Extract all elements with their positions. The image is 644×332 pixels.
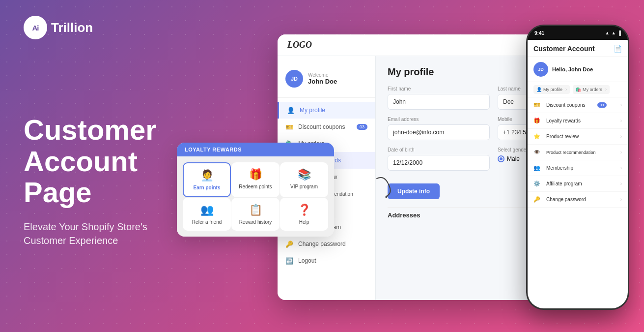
reward-history-icon: 📋 <box>249 204 262 216</box>
phone-password-arrow: › <box>620 197 622 202</box>
phone-title: Customer Account <box>533 45 595 53</box>
sidebar-label-discount-coupons: Discount coupons <box>298 123 345 130</box>
loyalty-popup: LOYALTY REWARDS 🧑‍💼 Earn points 🎁 Redeem… <box>177 143 334 237</box>
phone-review-label: Product review <box>546 134 579 139</box>
phone-notch: 9:41 ▲ ▲ ▐ <box>528 26 628 40</box>
male-radio[interactable] <box>498 155 504 162</box>
sidebar-item-discount-coupons[interactable]: 🎫 Discount coupons 03 <box>278 119 375 135</box>
dob-group: Date of birth <box>388 147 490 171</box>
earn-points-label: Earn points <box>193 185 220 190</box>
phone-edit-icon[interactable]: 📄 <box>614 45 622 53</box>
phone-user-row: JD Hello, John Doe <box>528 57 628 82</box>
phone-nav-profile-icon: 👤 <box>536 87 542 92</box>
loyalty-item-redeem-points[interactable]: 🎁 Redeem points <box>231 162 280 197</box>
phone-coupon-arrow: › <box>620 102 622 108</box>
phone-loyalty-label: Loyalty rewards <box>546 118 581 123</box>
sidebar-label-my-profile: My profile <box>300 107 325 114</box>
logout-icon: ↩️ <box>285 257 293 265</box>
loyalty-popup-header: LOYALTY REWARDS <box>177 143 334 156</box>
phone-menu-affiliate[interactable]: ⚙️ Affiliate program › <box>528 176 628 192</box>
sidebar-item-change-password[interactable]: 🔑 Change password <box>278 236 375 252</box>
sidebar-item-logout[interactable]: ↩️ Logout <box>278 252 375 269</box>
loyalty-item-reward-history[interactable]: 📋 Reward history <box>231 198 280 231</box>
loyalty-grid: 🧑‍💼 Earn points 🎁 Redeem points 📚 VIP pr… <box>177 156 334 237</box>
greeting-info: Welcome John Doe <box>308 72 337 85</box>
first-name-input[interactable] <box>388 94 490 110</box>
sidebar-item-my-profile[interactable]: 👤 My profile <box>278 102 375 119</box>
phone-menu-discount-coupons[interactable]: 🎫 Discount coupons 03 › <box>528 97 628 113</box>
phone-password-icon: 🔑 <box>533 196 542 203</box>
profile-icon: 👤 <box>287 106 295 114</box>
phone-loyalty-icon: 🎁 <box>533 118 542 124</box>
phone-screen: Customer Account 📄 JD Hello, John Doe 👤 … <box>528 40 628 308</box>
phone-nav-profile[interactable]: 👤 My profile › <box>533 85 570 94</box>
greeting-name: John Doe <box>308 78 337 85</box>
earn-points-icon: 🧑‍💼 <box>200 169 214 182</box>
phone-mockup: 9:41 ▲ ▲ ▐ Customer Account 📄 JD Hello, … <box>526 25 629 310</box>
phone-nav-row: 👤 My profile › 🛍️ My orders › <box>528 82 628 97</box>
phone-membership-label: Membership <box>546 165 573 171</box>
phone-nav-orders[interactable]: 🛍️ My orders › <box>573 85 610 94</box>
refer-friend-icon: 👥 <box>200 204 214 216</box>
phone-coupon-label: Discount coupons <box>546 102 586 108</box>
password-icon: 🔑 <box>285 240 293 248</box>
phone-menu-recommendation[interactable]: 👁️ Product recommendation › <box>528 145 628 160</box>
loyalty-item-refer-friend[interactable]: 👥 Refer a friend <box>183 198 231 231</box>
battery-icon: ▐ <box>618 30 621 35</box>
phone-menu-membership[interactable]: 👥 Membership › <box>528 160 628 176</box>
user-greeting: JD Welcome John Doe <box>278 64 375 98</box>
sidebar-label-change-password: Change password <box>298 241 346 247</box>
vip-program-icon: 📚 <box>298 168 311 181</box>
curved-arrow <box>372 175 397 199</box>
avatar: JD <box>285 70 303 88</box>
dob-label: Date of birth <box>388 147 490 152</box>
phone-recommendation-icon: 👁️ <box>533 149 542 155</box>
redeem-points-icon: 🎁 <box>249 168 262 181</box>
phone-nav-profile-arrow: › <box>565 87 567 92</box>
loyalty-item-help[interactable]: ❓ Help <box>280 198 328 231</box>
phone-menu-loyalty[interactable]: 🎁 Loyalty rewards › <box>528 113 628 129</box>
phone-recommendation-label: Product recommendation <box>546 150 596 155</box>
phone-coupon-badge: 03 <box>597 102 607 108</box>
help-icon: ❓ <box>298 204 311 216</box>
svg-marker-0 <box>385 194 389 198</box>
vip-program-label: VIP program <box>290 184 318 189</box>
phone-loyalty-arrow: › <box>620 118 622 123</box>
loyalty-item-earn-points[interactable]: 🧑‍💼 Earn points <box>183 162 231 197</box>
greeting-text: Welcome <box>308 72 337 78</box>
coupon-icon: 🎫 <box>285 123 293 131</box>
male-label: Male <box>507 155 520 162</box>
phone-membership-arrow: › <box>620 165 622 171</box>
redeem-points-label: Redeem points <box>239 184 272 189</box>
phone-nav-profile-label: My profile <box>543 87 562 92</box>
phone-review-icon: ⭐ <box>533 133 542 140</box>
help-label: Help <box>299 219 309 225</box>
email-input[interactable] <box>388 124 490 140</box>
browser-logo: LOGO <box>287 40 312 50</box>
phone-user-name: Hello, John Doe <box>552 66 622 72</box>
coupons-badge: 03 <box>357 124 367 130</box>
gender-male-option[interactable]: Male <box>498 155 520 162</box>
phone-time: 9:41 <box>534 30 544 36</box>
phone-menu-review[interactable]: ⭐ Product review › <box>528 129 628 145</box>
dob-input[interactable] <box>388 155 490 171</box>
phone-nav-orders-icon: 🛍️ <box>576 87 581 92</box>
phone-coupon-icon: 🎫 <box>533 102 542 108</box>
phone-nav-orders-label: My orders <box>583 87 602 92</box>
first-name-label: First name <box>388 86 490 91</box>
signal-icon: ▲ <box>605 30 610 35</box>
phone-header: Customer Account 📄 <box>528 40 628 57</box>
phone-status-icons: ▲ ▲ ▐ <box>605 30 621 35</box>
sidebar-label-logout: Logout <box>298 257 316 264</box>
phone-review-arrow: › <box>620 134 622 139</box>
wifi-icon: ▲ <box>612 30 616 35</box>
phone-affiliate-arrow: › <box>620 181 622 186</box>
loyalty-item-vip-program[interactable]: 📚 VIP program <box>280 162 328 197</box>
phone-affiliate-label: Affiliate program <box>546 181 582 186</box>
phone-affiliate-icon: ⚙️ <box>533 181 542 187</box>
refer-friend-label: Refer a friend <box>192 219 222 225</box>
phone-password-label: Change password <box>546 197 586 202</box>
phone-menu-change-password[interactable]: 🔑 Change password › <box>528 192 628 208</box>
phone-recommendation-arrow: › <box>620 150 622 155</box>
page-title: My profile <box>388 66 434 78</box>
